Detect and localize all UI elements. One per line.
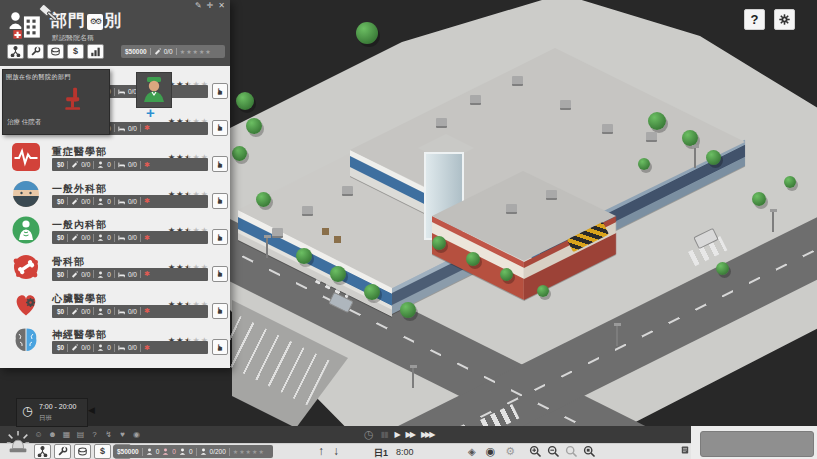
fastest-speed-button[interactable]: ▶▶▶ [421,431,433,439]
emergency-siren-icon[interactable] [5,428,31,458]
department-name: 重症醫學部 [52,145,107,159]
pause-button[interactable]: ▮▮ [381,431,388,439]
page-title: 部門⚙⚙別 [50,9,122,32]
street-light [772,212,774,232]
dept-beds: 0/0 [128,234,137,241]
alert-icon: ✱ [144,234,150,242]
tab-coins[interactable] [47,44,64,59]
tree [296,248,312,264]
bed-icon [118,198,125,205]
tab-stats[interactable] [87,44,104,59]
status-badge: $50000 0 0 0 0/200 ★★★★★ [113,445,273,458]
overlay-help-icon[interactable]: ? [90,428,99,441]
overlay-staff-icon[interactable]: ☻ [48,428,57,441]
hand-icon: ☛ [215,307,224,315]
floor-up-button[interactable]: ↑ [318,444,324,459]
shift-tooltip: ◷ 7:00 - 20:00 日班 [16,398,88,427]
help-button[interactable]: ? [744,9,765,30]
doctor-avatar-icon [137,73,171,107]
rooms-icon [71,161,78,168]
tree [246,118,262,134]
department-row[interactable]: 一般內科部 ★★★★★★★★★★ $0 0/0 0 0/0 ✱ ☛ [0,214,230,251]
rooftop-ac-unit [646,132,657,142]
grab-department-button[interactable]: ☛ [212,120,228,136]
hospital-stars: ★★★★★ [233,448,265,455]
zoom-out-button[interactable] [547,445,560,458]
pin-icon[interactable]: ✛ [207,2,214,10]
timer-icon[interactable]: ◷ [364,429,374,440]
dept-staff: 0 [107,344,111,351]
view-circle-icon[interactable]: ◉ [486,446,496,457]
notes-icon[interactable] [681,445,689,455]
overlay-world-icon[interactable]: ◉ [132,428,141,441]
tree [236,92,254,110]
collapse-arrow-icon[interactable]: ◀ [88,405,95,415]
staff-icon [97,198,104,205]
staff-icon [97,161,104,168]
dept-rooms: 0/0 [81,344,90,351]
dept-rooms: 0/0 [81,308,90,315]
department-row[interactable]: 骨科部 ★★★★★★★★★★ $0 0/0 0 0/0 ✱ ☛ [0,251,230,288]
dept-money: $0 [57,161,64,168]
tree [364,284,380,300]
playback-controls: ◷ ▮▮ ▶ ▶▶ ▶▶▶ [364,426,433,443]
alert-icon: ✱ [144,307,150,315]
department-stats-bar: $0 0/0 0 0/0 ✱ [52,195,208,208]
department-icon [11,179,41,209]
patient-capacity: 0/200 [210,448,226,455]
dept-rooms: 0/0 [81,198,90,205]
dept-rooms: 0/0 [81,234,90,241]
zoom-fit-button[interactable] [583,445,596,458]
bed-icon [118,88,125,95]
tab-wrench[interactable] [27,44,44,59]
gear-icon [778,13,791,26]
tab-coins[interactable] [74,444,91,459]
grab-department-button[interactable]: ☛ [212,266,228,282]
close-icon[interactable]: ✕ [218,2,225,10]
zoom-reset-button[interactable] [565,445,578,458]
dept-beds: 0/0 [128,161,137,168]
grab-department-button[interactable]: ☛ [212,339,228,355]
tab-org[interactable] [34,444,51,459]
tab-wrench[interactable] [54,444,71,459]
department-row[interactable]: 一般外科部 ★★★★★★★★★★ $0 0/0 0 0/0 ✱ ☛ [0,178,230,215]
patients-icon [200,448,207,455]
tab-price[interactable]: $ [94,444,111,459]
rooftop-ac-unit [602,124,613,134]
overlay-items-icon[interactable]: ▤ [76,428,85,441]
department-row[interactable]: 神經醫學部 ★★★★★★★★★★ $0 0/0 0 0/0 ✱ ☛ [0,324,230,361]
zoom-controls [529,445,596,458]
overlay-power-icon[interactable]: ↯ [104,428,113,441]
play-button[interactable]: ▶ [394,431,398,439]
doctor-drag-ghost[interactable] [136,72,172,108]
view-diamond-icon[interactable]: ◈ [468,447,476,457]
overlay-health-icon[interactable]: ♥ [118,428,127,441]
rooms-icon [71,308,78,315]
tab-price[interactable]: $ [67,44,84,59]
grab-department-button[interactable]: ☛ [212,229,228,245]
rooftop-ac-unit [436,118,447,128]
fast-forward-button[interactable]: ▶▶ [406,431,414,439]
edit-icon[interactable]: ✎ [195,2,202,10]
department-name: 心臟醫學部 [52,292,107,306]
department-row[interactable]: 心臟醫學部 ★★★★★★★★★★ $0 0/0 0 0/0 ✱ ☛ [0,288,230,325]
grab-department-button[interactable]: ☛ [212,83,228,99]
department-row[interactable]: 重症醫學部 ★★★★★★★★★★ $0 0/0 0 0/0 ✱ ☛ [0,141,230,178]
dollar-icon: $ [100,447,105,456]
settings-button[interactable] [774,9,795,30]
hand-icon: ☛ [215,87,224,95]
hammer-cursor-icon [34,2,60,28]
overlay-rooms-icon[interactable]: ▦ [62,428,71,441]
zoom-in-button[interactable] [529,445,542,458]
tab-org[interactable] [7,44,24,59]
doctor-count: 0 [156,448,160,455]
clock-time: 8:00 [396,447,414,459]
hand-icon: ☛ [215,197,224,205]
grab-department-button[interactable]: ☛ [212,156,228,172]
overlay-patient-icon[interactable]: ☺ [34,428,43,441]
rooftop-ac-unit [272,228,283,238]
floor-down-button[interactable]: ↓ [333,444,339,459]
grab-department-button[interactable]: ☛ [212,193,228,209]
grab-department-button[interactable]: ☛ [212,303,228,319]
view-gear-icon[interactable]: ⚙ [505,446,515,457]
